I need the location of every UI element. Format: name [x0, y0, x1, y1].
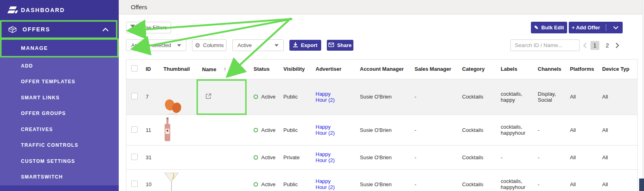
offer-status: Active: [249, 115, 279, 145]
row-checkbox[interactable]: [131, 181, 138, 187]
row-checkbox[interactable]: [131, 126, 138, 133]
offer-thumbnail: [159, 115, 197, 145]
offer-name-cell: [197, 115, 249, 145]
page-number-1[interactable]: 1: [590, 41, 599, 50]
offer-account-manager: Susie O'Brien: [355, 169, 410, 191]
column-header-thumbnail[interactable]: Thumbnail: [159, 60, 197, 79]
column-header-account-manager[interactable]: Account Manager: [355, 60, 410, 79]
sidebar-item-add[interactable]: ADD: [0, 58, 119, 74]
offer-status: Active: [249, 79, 279, 115]
status-active-icon: [254, 94, 258, 99]
scrollbar-track[interactable]: [642, 0, 644, 191]
column-header-platforms[interactable]: Platforms: [565, 60, 597, 79]
offer-channels: -: [533, 169, 565, 191]
offer-id: 10: [141, 169, 159, 191]
export-label: Export: [301, 42, 317, 48]
columns-button[interactable]: ⚙ Columns: [192, 39, 227, 51]
sidebar-item-smartswitch[interactable]: SMARTSWITCH: [0, 169, 119, 185]
caret-down-icon: [275, 44, 279, 47]
offer-category: Cocktails: [457, 145, 496, 169]
status-filter-select[interactable]: Active: [232, 39, 284, 51]
bulk-edit-button[interactable]: ✎ Bulk Edit: [531, 22, 567, 33]
sidebar-item-custom-settings[interactable]: CUSTOM SETTINGS: [0, 153, 119, 169]
table-row[interactable]: 11 Active Public Happy Hour (2) Susie O'…: [126, 115, 638, 145]
offer-sales-manager: -: [410, 79, 457, 115]
show-filters-button[interactable]: Show Filters: [126, 22, 171, 33]
page-header-bar: Offers: [119, 0, 644, 14]
sidebar-item-smart-links[interactable]: SMART LINKS: [0, 90, 119, 106]
chevron-up-icon: [103, 26, 108, 33]
status-active-icon: [254, 128, 258, 132]
offer-visibility: Public: [279, 79, 311, 115]
download-icon: [293, 42, 298, 49]
sidebar-item-offers[interactable]: OFFERS: [0, 20, 119, 39]
sidebar-item-traffic-controls[interactable]: TRAFFIC CONTROLS: [0, 138, 119, 154]
page-number-2[interactable]: 2: [603, 41, 612, 50]
advertiser-link[interactable]: Happy Hour (2): [316, 151, 339, 163]
gear-icon: ⚙: [195, 42, 200, 48]
sidebar-item-offer-groups[interactable]: OFFER GROUPS: [0, 106, 119, 122]
caret-down-icon: [177, 44, 181, 47]
apply-to-selected-label: Apply to selected: [131, 42, 171, 48]
select-all-checkbox[interactable]: [131, 65, 138, 72]
advertiser-link[interactable]: Happy Hour (2): [316, 91, 339, 103]
offer-advertiser: Happy Hour (2): [311, 79, 355, 115]
share-button[interactable]: Share: [327, 40, 353, 51]
column-header-status[interactable]: Status: [249, 60, 279, 79]
martini-glass-thumbnail-image: [163, 172, 180, 191]
offer-advertiser: Happy Hour (2): [311, 145, 355, 169]
sort-ascending-icon: ↑: [223, 66, 226, 72]
search-input[interactable]: [510, 39, 580, 51]
offer-account-manager: Susie O'Brien: [355, 145, 410, 169]
sidebar-item-label: DASHBOARD: [21, 7, 65, 13]
column-header-labels[interactable]: Labels: [496, 60, 533, 79]
column-header-sales-manager[interactable]: Sales Manager: [410, 60, 457, 79]
status-active-icon: [254, 182, 258, 187]
column-header-id[interactable]: ID: [141, 60, 159, 79]
offer-account-manager: Susie O'Brien: [355, 115, 410, 145]
row-checkbox[interactable]: [131, 154, 138, 160]
offer-visibility: Public: [279, 115, 311, 145]
table-toolbar: Apply to selected ⚙ Columns Active Expor…: [126, 39, 353, 51]
add-offer-split-button[interactable]: + Add Offer: [569, 22, 623, 33]
advertiser-link[interactable]: Happy Hour (2): [316, 178, 339, 190]
show-filters-label: Show Filters: [138, 25, 167, 31]
offer-labels: cocktails, happyhour: [496, 169, 533, 191]
external-link-icon[interactable]: [205, 93, 211, 101]
column-header-category[interactable]: Category: [457, 60, 496, 79]
share-label: Share: [337, 42, 351, 48]
main-content: Offers Show Filters Apply to selected ⚙ …: [119, 0, 644, 191]
column-header-visibility[interactable]: Visibility: [279, 60, 311, 79]
corner-widget-fragment: [639, 179, 644, 191]
sidebar-item-dashboard[interactable]: DASHBOARD: [0, 0, 119, 20]
offer-labels: cocktails, happyhour: [496, 115, 533, 145]
offer-sales-manager: -: [410, 115, 457, 145]
next-page-icon[interactable]: [615, 43, 619, 48]
previous-page-icon[interactable]: [583, 43, 587, 48]
row-checkbox[interactable]: [131, 93, 138, 99]
sidebar-item-creatives[interactable]: CREATIVES: [0, 121, 119, 138]
column-header-name[interactable]: Name↑: [197, 60, 249, 79]
advertiser-link[interactable]: Happy Hour (2): [316, 124, 339, 136]
offer-channels: -: [533, 115, 565, 145]
column-header-advertiser[interactable]: Advertiser: [311, 60, 355, 79]
offer-status: Active: [249, 169, 279, 191]
chevron-down-icon[interactable]: [609, 26, 623, 29]
column-header-device-type[interactable]: Device Typ: [597, 60, 638, 79]
status-active-icon: [254, 155, 258, 160]
sidebar-item-label: MANAGE: [21, 45, 48, 51]
table-row[interactable]: 10 Active Public Happy Hour (2) Susie O'…: [126, 169, 638, 191]
table-row[interactable]: 31 Active Private Happy Hour (2) Susie O…: [126, 145, 638, 169]
offer-name-cell: [197, 79, 249, 115]
sidebar-item-manage[interactable]: MANAGE: [0, 39, 119, 57]
package-icon: [8, 26, 17, 33]
export-button[interactable]: Export: [289, 40, 321, 51]
offer-account-manager: Susie O'Brien: [355, 79, 410, 115]
table-row[interactable]: 7 Active Public Happy Hour (2) Susie O'B…: [126, 79, 638, 115]
apply-to-selected-dropdown[interactable]: Apply to selected: [126, 39, 186, 51]
offer-id: 11: [141, 115, 159, 145]
offer-name-cell: [197, 169, 249, 191]
column-header-channels[interactable]: Channels: [533, 60, 565, 79]
offer-labels: -: [496, 145, 533, 169]
sidebar-item-offer-templates[interactable]: OFFER TEMPLATES: [0, 74, 119, 90]
